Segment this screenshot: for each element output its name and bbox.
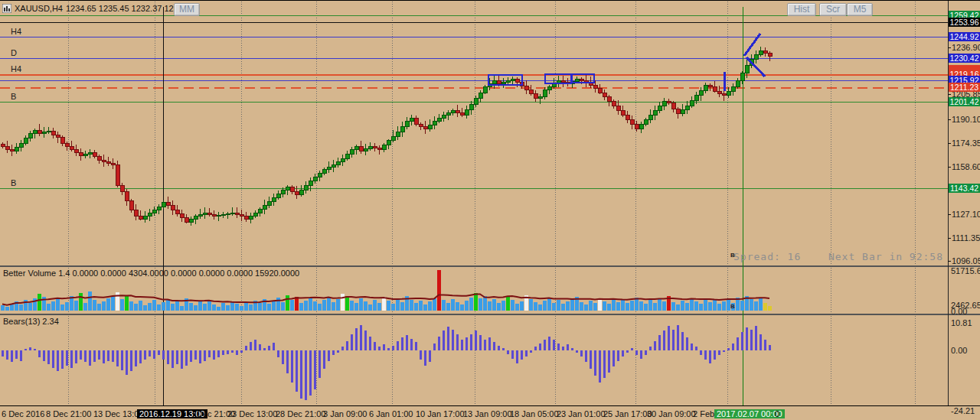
- bears-bar: [723, 350, 725, 352]
- time-label: 0: [775, 409, 779, 418]
- time-label: 18 Jan 05:00: [510, 409, 559, 418]
- volume-bar: [593, 303, 597, 311]
- bears-bar: [332, 350, 335, 355]
- candle-body: [235, 213, 239, 214]
- candle-body: [584, 80, 588, 82]
- volume-bar: [125, 295, 129, 311]
- volume-bar: [488, 301, 492, 311]
- volume-bar: [249, 304, 253, 311]
- bears-bar: [456, 334, 459, 350]
- mm-button[interactable]: MM: [174, 3, 200, 16]
- volume-bar: [469, 298, 473, 311]
- bears-bar: [355, 328, 358, 350]
- bears-bar: [190, 350, 192, 362]
- volume-bar: [327, 297, 331, 311]
- candle-body: [547, 86, 551, 90]
- bears-bar: [34, 349, 36, 350]
- time-label: 2017.02.07 00:00: [714, 409, 785, 418]
- volume-bar: [607, 304, 611, 311]
- volume-bar: [240, 306, 243, 311]
- candle-body: [479, 93, 482, 99]
- bears-bar: [162, 350, 165, 360]
- candle-body: [717, 91, 721, 93]
- candle-body: [648, 116, 652, 120]
- bears-bar: [351, 334, 353, 350]
- bears-bar: [447, 327, 449, 350]
- bears-bar: [2, 350, 4, 357]
- candle-body: [731, 86, 735, 91]
- bears-zero-label: 0.00: [951, 346, 967, 355]
- scr-button[interactable]: Scr: [819, 3, 847, 16]
- volume-bar: [157, 304, 161, 311]
- candle-body: [575, 79, 579, 81]
- volume-bar: [382, 297, 386, 311]
- volume-bar: [566, 301, 570, 311]
- candle-body: [410, 118, 413, 121]
- volume-bar: [694, 301, 698, 311]
- volume-bar: [42, 297, 46, 311]
- bears-bar: [135, 350, 137, 366]
- volume-bar: [708, 302, 712, 311]
- candle-body: [759, 50, 763, 55]
- volume-bar: [272, 301, 276, 311]
- bears-bar: [493, 342, 495, 350]
- candle-body: [74, 150, 78, 153]
- candle-body: [492, 80, 496, 83]
- bears-bar: [397, 341, 399, 350]
- volume-bar: [662, 301, 666, 311]
- candle-body: [166, 202, 170, 205]
- bears-bar: [603, 350, 606, 378]
- volume-bar: [290, 300, 294, 311]
- candle-body: [10, 149, 14, 151]
- volume-bar: [51, 301, 55, 311]
- bears-bar: [769, 345, 771, 350]
- candle-body: [456, 111, 459, 113]
- bears-bar: [300, 350, 302, 399]
- volume-bar: [713, 300, 717, 311]
- candle-body: [580, 79, 583, 80]
- bears-bar: [654, 341, 656, 350]
- price-marker-1230.42: 1230.42: [949, 54, 980, 63]
- volume-bar: [217, 307, 220, 311]
- candle-body: [639, 124, 643, 129]
- level-left-label-D: D: [11, 48, 17, 57]
- bears-bar: [498, 346, 500, 350]
- bears-bar: [608, 350, 610, 373]
- candle-body: [671, 103, 675, 109]
- volume-bar: [180, 306, 184, 311]
- bears-bar: [11, 350, 13, 362]
- volume-bar: [451, 299, 455, 311]
- bears-bar: [562, 347, 564, 350]
- bears-bar: [38, 350, 41, 357]
- volume-bar: [276, 298, 280, 311]
- volume-bar: [336, 299, 340, 311]
- candle-body: [382, 145, 386, 150]
- bears-bar: [52, 350, 54, 368]
- candle-body: [286, 187, 289, 190]
- bears-bar: [167, 350, 169, 364]
- bears-bar: [658, 335, 661, 350]
- bears-bar: [553, 340, 555, 350]
- volume-bar: [515, 304, 519, 311]
- candle-body: [736, 80, 740, 86]
- m5-button[interactable]: M5: [847, 3, 873, 16]
- volume-bar: [479, 298, 482, 311]
- candle-body: [543, 90, 547, 97]
- volume-bar: [681, 301, 684, 311]
- candle-body: [56, 135, 60, 138]
- candle-body: [171, 205, 175, 210]
- bears-bar: [410, 339, 413, 350]
- candle-body: [15, 148, 18, 151]
- bears-bar: [374, 342, 376, 350]
- bears-bar: [360, 325, 362, 350]
- volume-bar: [561, 304, 565, 311]
- bears-bar: [149, 350, 151, 357]
- hist-button[interactable]: Hist: [787, 3, 816, 16]
- bears-bar: [631, 348, 633, 350]
- candle-body: [313, 177, 317, 181]
- bears-bar: [309, 350, 312, 396]
- volume-bar: [538, 304, 542, 311]
- volume-bar: [446, 303, 450, 311]
- candle-body: [60, 138, 64, 144]
- bears-bar: [277, 350, 279, 357]
